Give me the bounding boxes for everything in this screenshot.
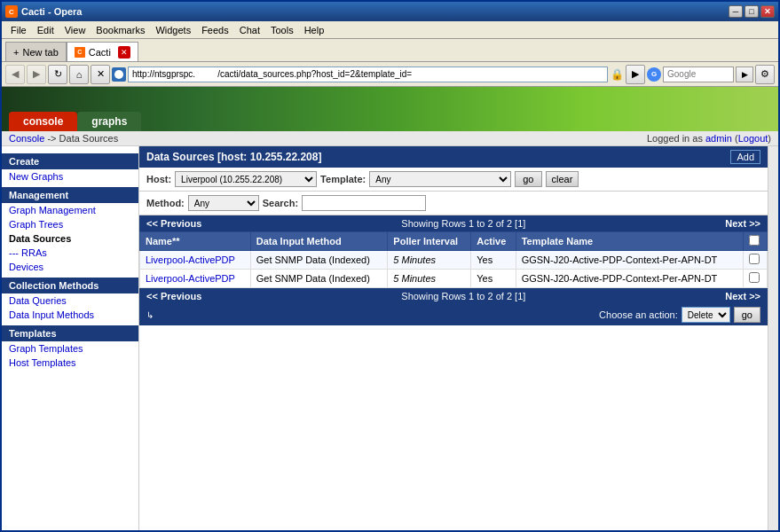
main-window: C Cacti - Opera ─ □ ✕ File Edit View Boo… (0, 0, 780, 532)
action-go-button[interactable]: go (734, 307, 760, 323)
tab-console[interactable]: console (9, 112, 77, 131)
forward-button[interactable]: ▶ (27, 65, 46, 84)
username-link[interactable]: admin (705, 133, 732, 144)
row2-checkbox[interactable] (749, 272, 760, 283)
graph-trees-link[interactable]: Graph Trees (9, 219, 63, 230)
tab-graphs[interactable]: graphs (77, 112, 141, 131)
sidebar-item-graph-management[interactable]: Graph Management (2, 203, 138, 217)
data-sources-link[interactable]: Data Sources (9, 233, 71, 244)
lock-icon: 🔒 (610, 67, 624, 82)
back-button[interactable]: ◀ (5, 65, 25, 84)
host-templates-link[interactable]: Host Templates (9, 357, 76, 368)
menu-help[interactable]: Help (299, 23, 330, 37)
maximize-button[interactable]: □ (745, 5, 759, 18)
sidebar-item-graph-trees[interactable]: Graph Trees (2, 217, 138, 231)
reload-button[interactable]: ↻ (48, 65, 67, 84)
cell-check-2 (743, 270, 767, 288)
search-button[interactable]: ▶ (736, 66, 753, 82)
devices-link[interactable]: Devices (9, 262, 43, 272)
menu-view[interactable]: View (59, 23, 91, 37)
breadcrumb-separator: -> (47, 133, 59, 144)
search-input[interactable] (302, 195, 426, 211)
next-link-top[interactable]: Next >> (725, 218, 760, 229)
go-button[interactable]: ▶ (626, 65, 645, 84)
next-link-bottom[interactable]: Next >> (725, 291, 760, 301)
data-sources-header: Data Sources [host: 10.255.22.208] Add (139, 146, 768, 168)
action-select[interactable]: Delete (682, 307, 730, 323)
host-select[interactable]: Liverpool (10.255.22.208) (175, 171, 317, 187)
prev-link-top[interactable]: << Previous (146, 218, 201, 229)
menu-chat[interactable]: Chat (234, 23, 265, 37)
row2-name-link[interactable]: Liverpool-ActivePDP (146, 273, 235, 284)
cell-name-2: Liverpool-ActivePDP (140, 270, 251, 288)
logout-link[interactable]: Logout (738, 133, 768, 144)
method-select[interactable]: Any (188, 195, 259, 211)
graph-management-link[interactable]: Graph Management (9, 205, 96, 215)
new-tab-button[interactable]: + New tab (5, 42, 67, 61)
cacti-tab[interactable]: C Cacti ✕ (67, 42, 138, 61)
col-active: Active (471, 232, 516, 251)
sidebar-management-section: Management (2, 187, 138, 203)
new-graphs-link[interactable]: New Graphs (9, 171, 63, 182)
sidebar-item-data-sources[interactable]: Data Sources (2, 231, 138, 246)
rras-link[interactable]: --- RRAs (9, 247, 47, 258)
sidebar-templates-section: Templates (2, 325, 138, 341)
titlebar-left: C Cacti - Opera (5, 5, 82, 18)
close-button[interactable]: ✕ (760, 5, 775, 18)
go-button[interactable]: go (515, 171, 541, 187)
data-queries-link[interactable]: Data Queries (9, 295, 67, 306)
sidebar-item-new-graphs[interactable]: New Graphs (2, 169, 138, 184)
settings-button[interactable]: ⚙ (755, 65, 775, 84)
breadcrumb-console-link[interactable]: Console (9, 133, 44, 144)
sidebar-item-devices[interactable]: Devices (2, 260, 138, 274)
sidebar-item-host-templates[interactable]: Host Templates (2, 356, 138, 370)
table-header-row: Name** Data Input Method Poller Interval… (140, 232, 768, 251)
row1-checkbox[interactable] (749, 254, 760, 264)
menu-widgets[interactable]: Widgets (150, 23, 196, 37)
template-select[interactable]: Any (369, 171, 511, 187)
sidebar-create-section: Create (2, 153, 138, 169)
sidebar-item-data-input-methods[interactable]: Data Input Methods (2, 308, 138, 322)
cell-check-1 (743, 251, 767, 270)
data-input-methods-link[interactable]: Data Input Methods (9, 309, 94, 320)
cacti-header: console graphs (2, 87, 778, 131)
method-label: Method: (146, 198, 185, 208)
prev-link-bottom[interactable]: << Previous (146, 291, 201, 301)
action-left: ↳ (146, 310, 154, 320)
tab-close-button[interactable]: ✕ (118, 46, 130, 59)
stop-button[interactable]: ✕ (91, 65, 110, 84)
scrollbar[interactable] (768, 146, 778, 530)
cell-name-1: Liverpool-ActivePDP (140, 251, 251, 270)
sidebar: Create New Graphs Management Graph Manag… (2, 146, 139, 530)
cell-template-2: GGSN-J20-Active-PDP-Context-Per-APN-DT (516, 270, 743, 288)
graph-templates-link[interactable]: Graph Templates (9, 343, 83, 354)
cell-poller-2: 5 Minutes (388, 270, 471, 288)
google-icon: G (647, 67, 661, 82)
breadcrumb-current: Data Sources (59, 133, 119, 144)
search-input[interactable] (663, 66, 734, 82)
sidebar-item-graph-templates[interactable]: Graph Templates (2, 341, 138, 356)
sidebar-collection-section: Collection Methods (2, 278, 138, 293)
col-data-input: Data Input Method (250, 232, 388, 251)
menu-bookmarks[interactable]: Bookmarks (91, 23, 150, 37)
home-button[interactable]: ⌂ (69, 65, 89, 84)
select-all-checkbox[interactable] (749, 235, 760, 246)
sidebar-item-rras[interactable]: --- RRAs (2, 246, 138, 260)
col-template: Template Name (516, 232, 743, 251)
add-button[interactable]: Add (730, 150, 760, 164)
menu-file[interactable]: File (5, 23, 32, 37)
template-label: Template: (320, 174, 366, 184)
menu-feeds[interactable]: Feeds (196, 23, 234, 37)
menu-edit[interactable]: Edit (32, 23, 59, 37)
breadcrumb-bar: Console -> Data Sources Logged in as adm… (2, 131, 778, 146)
minimize-button[interactable]: ─ (729, 5, 743, 18)
breadcrumb: Console -> Data Sources (9, 133, 118, 144)
cacti-tabs: console graphs (2, 112, 141, 131)
clear-button[interactable]: clear (546, 171, 579, 187)
row1-name-link[interactable]: Liverpool-ActivePDP (146, 254, 235, 265)
sidebar-item-data-queries[interactable]: Data Queries (2, 293, 138, 308)
address-input[interactable] (128, 66, 608, 82)
cell-data-input-1: Get SNMP Data (Indexed) (250, 251, 388, 270)
window-title: Cacti - Opera (21, 6, 82, 17)
menu-tools[interactable]: Tools (265, 23, 299, 37)
